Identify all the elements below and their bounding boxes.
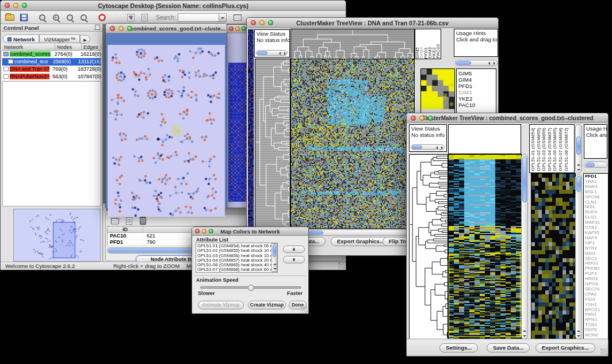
genes-vscrollbar[interactable] — [575, 174, 582, 339]
attribute-listbox[interactable]: GPL51-01 (GSM854) heat shock 05 minGPL51… — [196, 243, 278, 273]
dialog-titlebar[interactable]: Map Colors to Network — [192, 227, 308, 236]
zoom-window-icon[interactable] — [127, 26, 132, 31]
treeview2-gene-list[interactable]: PFD1YRA1RNR4MSL1SPC98CLN1NIS1BUD4ELG1MAK… — [583, 173, 609, 339]
scrollbar-thumb[interactable] — [576, 136, 581, 155]
export-graphics-button[interactable]: Export Graphics... — [331, 237, 391, 246]
speed-slider-thumb[interactable] — [248, 285, 254, 291]
minimize-icon[interactable] — [13, 3, 18, 8]
gene-label[interactable]: PFD1 — [458, 83, 494, 89]
zoom-fit-button[interactable]: . — [77, 12, 90, 23]
global-overview-strip-canvas[interactable] — [248, 29, 254, 228]
window-controls[interactable] — [229, 26, 246, 31]
scrollbar-thumb[interactable] — [576, 176, 581, 192]
search-input[interactable] — [178, 13, 219, 22]
window-controls[interactable] — [110, 26, 132, 31]
zoom-window-icon[interactable] — [242, 26, 246, 31]
zoom-in-button[interactable]: + — [49, 12, 62, 23]
zoom-selected-button[interactable] — [63, 12, 76, 23]
scroll-right-icon[interactable] — [494, 62, 495, 65]
scroll-left-icon[interactable] — [488, 62, 490, 65]
network-table-row[interactable]: combined_sco2569(6)13112(15) — [2, 58, 101, 66]
minimize-icon[interactable] — [235, 26, 240, 31]
zoom-window-icon[interactable] — [209, 229, 213, 233]
tab-network[interactable]: Network — [3, 35, 39, 43]
zoom-out-button[interactable]: - — [36, 12, 48, 23]
network1-titlebar[interactable]: combined_scores_good.txt--cluste... — [106, 24, 227, 33]
close-icon[interactable] — [195, 229, 200, 233]
close-icon[interactable] — [251, 20, 256, 25]
listbox-scrollbar[interactable] — [271, 243, 277, 272]
network-table-row[interactable]: DNA and Tran 07769(0)183728(0) — [2, 66, 101, 73]
move-down-button[interactable]: ∨ — [283, 256, 305, 263]
attribute-select-button[interactable] — [109, 215, 121, 227]
network-overview-panel[interactable] — [13, 209, 101, 262]
window-controls[interactable] — [251, 20, 273, 25]
vizmapper-button[interactable] — [124, 12, 137, 23]
minimize-icon[interactable] — [419, 116, 424, 121]
save-button[interactable] — [17, 12, 30, 23]
column-label[interactable]: GPL51-08 (GSM872) — [564, 128, 570, 171]
row-dendrogram-canvas[interactable] — [255, 59, 290, 229]
scroll-left-icon[interactable] — [279, 52, 281, 55]
main-heatmap-canvas[interactable] — [448, 154, 522, 339]
speed-slider-track[interactable] — [200, 286, 301, 289]
help-button[interactable] — [95, 12, 108, 23]
scroll-down-icon[interactable] — [577, 335, 580, 337]
network-table-header[interactable]: Network Nodes Edges — [2, 44, 101, 51]
window-controls[interactable] — [411, 116, 433, 121]
attribute-item[interactable]: GPL51-07 (GSM868) heat shock 60 min — [197, 267, 270, 272]
scroll-down-icon[interactable] — [273, 268, 277, 270]
treeview2-titlebar[interactable]: ClusterMaker TreeView : combined_scores_… — [407, 113, 608, 123]
scroll-down-icon[interactable] — [577, 169, 580, 171]
scroll-left-icon[interactable] — [436, 146, 438, 150]
scroll-right-icon[interactable] — [441, 146, 443, 150]
scroll-up-icon[interactable] — [577, 330, 580, 332]
delete-attribute-button[interactable] — [136, 215, 149, 227]
close-icon[interactable] — [5, 3, 10, 8]
resize-grip[interactable] — [338, 262, 345, 269]
scroll-right-icon[interactable] — [284, 52, 286, 55]
import-table-button[interactable] — [231, 12, 244, 23]
row-dendrogram-canvas[interactable] — [409, 154, 448, 339]
export-graphics-button[interactable]: Export Graphics... — [536, 343, 595, 352]
scroll-down-icon[interactable] — [523, 335, 526, 337]
create-vizmap-button[interactable]: Create Vizmap — [248, 301, 286, 309]
float-panel-icon[interactable] — [95, 25, 100, 30]
tab-vizmapper[interactable]: VizMapper™ — [39, 35, 80, 43]
network-overview-canvas[interactable] — [14, 209, 100, 261]
main-titlebar[interactable]: Cytoscape Desktop (Session Name: collins… — [1, 1, 346, 11]
scroll-up-icon[interactable] — [523, 330, 526, 332]
annotation-button[interactable] — [138, 12, 151, 23]
treeview1-titlebar[interactable]: ClusterMaker TreeView : DNA and Tran 07-… — [247, 18, 498, 28]
scrollbar-thumb[interactable] — [522, 156, 527, 202]
main-heatmap-canvas[interactable] — [290, 59, 415, 229]
minimize-icon[interactable] — [118, 26, 124, 31]
network-view-canvas[interactable] — [108, 45, 225, 217]
gene-label[interactable]: MON2 — [585, 333, 607, 338]
search-dropdown-button[interactable] — [219, 13, 227, 22]
zoom-window-icon[interactable] — [22, 3, 27, 8]
column-label[interactable]: PAC10 — [436, 44, 440, 59]
resize-grip[interactable] — [301, 306, 308, 313]
zoom-window-icon[interactable] — [268, 20, 273, 25]
close-icon[interactable] — [229, 26, 234, 31]
window-controls[interactable] — [195, 229, 213, 233]
usage-hints-scrollbar[interactable] — [455, 60, 498, 66]
new-attribute-button[interactable] — [123, 215, 135, 227]
network-tree-area[interactable] — [2, 81, 101, 206]
animate-vizmap-button[interactable]: Animate Vizmap — [198, 301, 244, 309]
secondary-heatmap-canvas[interactable] — [531, 173, 576, 339]
save-data-button[interactable]: Save Data... — [487, 343, 530, 352]
view-status-scrollbar[interactable] — [411, 144, 445, 150]
window-controls[interactable] — [5, 3, 27, 8]
gene-label[interactable]: GIM5 — [458, 70, 494, 76]
scroll-up-icon[interactable] — [577, 164, 580, 166]
usage-hints-scrollbar[interactable] — [584, 162, 607, 168]
minimize-icon[interactable] — [202, 229, 206, 233]
column-dendrogram-canvas[interactable] — [290, 29, 415, 60]
network-table-row[interactable]: RNAPuberNov2+563(0)107847(0) — [2, 73, 101, 81]
tab-overflow[interactable]: ▶ — [80, 35, 90, 44]
minimize-icon[interactable] — [259, 20, 265, 25]
gene-label[interactable]: GIM4 — [458, 76, 494, 83]
network-table-row[interactable]: combined_scores2764(0)16218(0) — [2, 51, 101, 58]
